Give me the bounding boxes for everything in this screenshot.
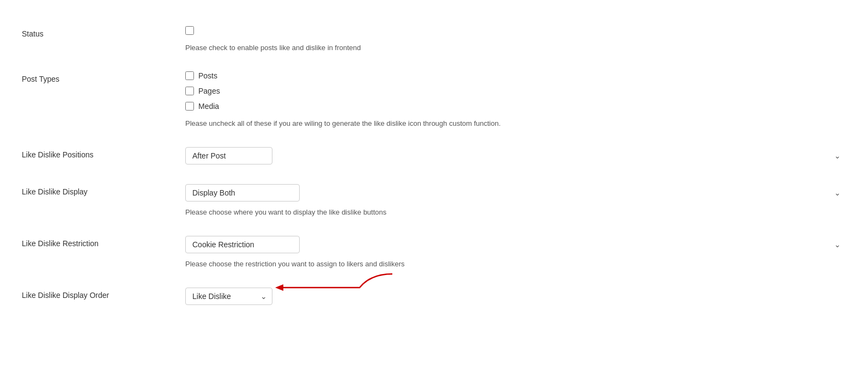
svg-marker-0: [275, 284, 283, 291]
label-pages: Pages: [198, 87, 220, 95]
label-post-types: Post Types: [22, 71, 185, 83]
select-like-dislike-positions[interactable]: After PostBefore PostBoth: [185, 147, 272, 164]
select-like-dislike-restriction[interactable]: Cookie RestrictionLogin RestrictionNo Re…: [185, 236, 300, 253]
control-like-dislike-positions: After PostBefore PostBoth⌄: [185, 147, 846, 164]
checkbox-pages[interactable]: [185, 87, 194, 95]
settings-form: StatusPlease check to enable posts like …: [22, 16, 846, 315]
row-status: StatusPlease check to enable posts like …: [22, 16, 846, 62]
label-like-dislike-display-order: Like Dislike Display Order: [22, 288, 185, 300]
checkbox-status[interactable]: [185, 26, 194, 35]
row-like-dislike-display: Like Dislike DisplayDisplay BothLike Onl…: [22, 174, 846, 226]
chevron-down-icon-like-dislike-restriction: ⌄: [834, 240, 841, 249]
label-like-dislike-restriction: Like Dislike Restriction: [22, 236, 185, 248]
checkbox-media[interactable]: [185, 102, 194, 111]
label-posts: Posts: [198, 71, 217, 80]
checkbox-row-status: [185, 26, 846, 35]
select-like-dislike-display[interactable]: Display BothLike OnlyDislike Only: [185, 184, 300, 202]
select-wrapper-like-dislike-display-order: Like DislikeDislike Like⌄: [185, 288, 272, 305]
checkbox-row-media: Media: [185, 102, 846, 111]
row-like-dislike-positions: Like Dislike PositionsAfter PostBefore P…: [22, 137, 846, 174]
select-wrapper-like-dislike-restriction: Cookie RestrictionLogin RestrictionNo Re…: [185, 236, 846, 253]
arrow-container-like-dislike-display-order: Like DislikeDislike Like⌄: [185, 288, 846, 305]
hint-status: Please check to enable posts like and di…: [185, 44, 846, 52]
label-like-dislike-display: Like Dislike Display: [22, 184, 185, 196]
control-post-types: PostsPagesMediaPlease uncheck all of the…: [185, 71, 846, 127]
chevron-down-icon-like-dislike-positions: ⌄: [834, 151, 841, 160]
label-media: Media: [198, 102, 219, 111]
hint-post-types: Please uncheck all of these if you are w…: [185, 119, 846, 127]
hint-like-dislike-restriction: Please choose the restriction you want t…: [185, 260, 846, 268]
checkbox-posts[interactable]: [185, 71, 194, 80]
select-wrapper-like-dislike-positions: After PostBefore PostBoth⌄: [185, 147, 846, 164]
chevron-down-icon-like-dislike-display: ⌄: [834, 188, 841, 197]
control-status: Please check to enable posts like and di…: [185, 26, 846, 52]
row-post-types: Post TypesPostsPagesMediaPlease uncheck …: [22, 62, 846, 137]
control-like-dislike-display-order: Like DislikeDislike Like⌄: [185, 288, 846, 305]
select-like-dislike-display-order[interactable]: Like DislikeDislike Like: [185, 288, 272, 305]
select-wrapper-like-dislike-display: Display BothLike OnlyDislike Only⌄: [185, 184, 846, 202]
hint-like-dislike-display: Please choose where you want to display …: [185, 208, 846, 216]
control-like-dislike-restriction: Cookie RestrictionLogin RestrictionNo Re…: [185, 236, 846, 268]
row-like-dislike-restriction: Like Dislike RestrictionCookie Restricti…: [22, 226, 846, 278]
row-like-dislike-display-order: Like Dislike Display OrderLike DislikeDi…: [22, 278, 846, 315]
label-like-dislike-positions: Like Dislike Positions: [22, 147, 185, 159]
label-status: Status: [22, 26, 185, 38]
checkbox-row-pages: Pages: [185, 87, 846, 95]
red-arrow-icon: [272, 271, 392, 304]
checkbox-row-posts: Posts: [185, 71, 846, 80]
control-like-dislike-display: Display BothLike OnlyDislike Only⌄Please…: [185, 184, 846, 216]
